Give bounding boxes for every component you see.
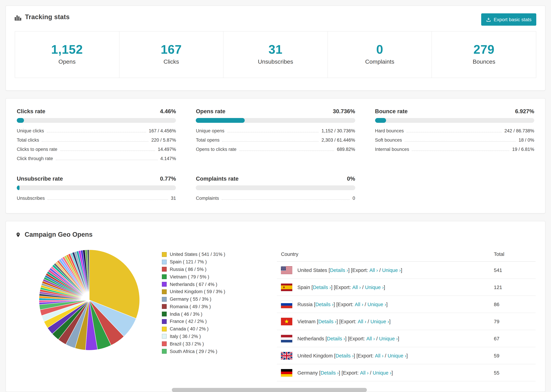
bracket-close-text: ] <box>398 336 399 341</box>
bracket-text: [ <box>310 284 313 290</box>
legend-label: France ( 42 / 2% ) <box>170 319 207 324</box>
dotted-leader <box>227 132 319 132</box>
export-all-link[interactable]: All › <box>360 370 369 375</box>
table-row: Vietnam [ Details › ] [Export: All › / U… <box>277 313 536 330</box>
legend-item[interactable]: Germany ( 55 / 3% ) <box>162 295 268 303</box>
stat-value: 0 <box>328 42 432 57</box>
dotted-leader <box>48 199 168 200</box>
country-cell: Netherlands [ Details › ] [Export: All ›… <box>281 335 494 342</box>
metric-value: 2,303 / 61.446% <box>322 138 355 143</box>
export-basic-stats-button[interactable]: Export basic stats <box>481 13 536 26</box>
stat-value: 167 <box>119 42 223 57</box>
export-unique-link[interactable]: Unique › <box>379 336 398 341</box>
export-unique-link[interactable]: Unique › <box>388 353 406 358</box>
metric-row: Unique clicks 167 / 4.456% <box>17 126 176 135</box>
export-basic-stats-label: Export basic stats <box>494 17 531 22</box>
legend-item[interactable]: Brazil ( 33 / 2% ) <box>162 340 268 348</box>
legend-item[interactable]: India ( 46 / 3% ) <box>162 310 268 318</box>
export-all-link[interactable]: All › <box>366 336 375 341</box>
bracket-text: [ <box>318 370 320 375</box>
export-all-link[interactable]: All › <box>358 319 366 324</box>
export-unique-link[interactable]: Unique › <box>382 267 401 273</box>
table-row: Russia [ Details › ] [Export: All › / Un… <box>277 296 536 313</box>
export-prefix-text: ] [Export: <box>331 284 352 290</box>
country-total: 541 <box>494 267 531 273</box>
legend-item[interactable]: United Kingdom ( 59 / 3% ) <box>162 288 268 295</box>
export-unique-link[interactable]: Unique › <box>373 370 391 375</box>
legend-item[interactable]: Vietnam ( 79 / 5% ) <box>162 273 268 281</box>
rate-section: Unsubscribe rate 0.77% Unsubscribes 31 <box>17 175 176 203</box>
export-all-link[interactable]: All › <box>369 267 378 273</box>
legend-item[interactable]: South Africa ( 29 / 2% ) <box>162 348 268 355</box>
metric-row: Soft bounces 18 / 0% <box>375 135 534 145</box>
slash-text: / <box>378 267 382 273</box>
horizontal-scrollbar-thumb[interactable] <box>172 388 367 392</box>
metric-value: 14.497% <box>158 147 176 152</box>
country-name: Vietnam <box>297 319 316 324</box>
country-flag-icon <box>281 318 292 325</box>
metric-row: Unsubscribes 31 <box>17 194 176 203</box>
rate-progress-bar <box>17 118 176 123</box>
tracking-stats-card: Tracking stats Export basic stats 1,152 … <box>6 6 545 91</box>
export-unique-link[interactable]: Unique › <box>365 284 384 290</box>
rate-title: Clicks rate <box>17 108 45 115</box>
metric-value: 19 / 6.81% <box>512 147 534 152</box>
rate-progress-fill <box>17 185 20 190</box>
metric-value: 31 <box>171 196 176 201</box>
metric-row: Hard bounces 242 / 86.738% <box>375 126 534 135</box>
country-total: 121 <box>494 284 531 290</box>
legend-item[interactable]: Spain ( 121 / 7% ) <box>162 258 268 266</box>
geo-pie-legend: United States ( 541 / 31% ) Spain ( 121 … <box>162 247 268 381</box>
legend-item[interactable]: Canada ( 40 / 2% ) <box>162 325 268 333</box>
legend-item[interactable]: France ( 42 / 2% ) <box>162 318 268 325</box>
rate-progress-fill <box>196 118 245 123</box>
legend-item[interactable]: Italy ( 36 / 2% ) <box>162 333 268 340</box>
rate-percent: 0.77% <box>160 175 176 182</box>
legend-swatch-icon <box>162 252 167 257</box>
export-unique-link[interactable]: Unique › <box>367 301 386 307</box>
legend-item[interactable]: Russia ( 86 / 5% ) <box>162 266 268 273</box>
details-link[interactable]: Details › <box>313 284 331 290</box>
rate-progress-bar <box>196 185 355 190</box>
metric-label: Opens to clicks rate <box>196 147 236 152</box>
metric-value: 220 / 5.87% <box>151 138 176 143</box>
rates-card: Clicks rate 4.46% Unique clicks 167 / 4.… <box>6 98 545 213</box>
legend-item[interactable]: Romania ( 49 / 3% ) <box>162 303 268 310</box>
details-link[interactable]: Details › <box>318 319 336 324</box>
export-unique-link[interactable]: Unique › <box>370 319 389 324</box>
details-link[interactable]: Details › <box>320 370 339 375</box>
stat-label: Opens <box>15 58 119 65</box>
details-link[interactable]: Details › <box>330 267 348 273</box>
metric-label: Hard bounces <box>375 128 404 133</box>
slash-text: / <box>363 301 367 307</box>
metric-row: Total opens 2,303 / 61.446% <box>196 135 355 145</box>
geo-pie-chart <box>38 249 141 351</box>
stat-value: 279 <box>432 42 536 57</box>
legend-swatch-icon <box>162 282 167 287</box>
export-all-link[interactable]: All › <box>352 284 361 290</box>
metric-value: 1,152 / 30.736% <box>322 128 355 133</box>
legend-label: Spain ( 121 / 7% ) <box>170 259 207 264</box>
stat-label: Clicks <box>119 58 223 65</box>
export-prefix-text: ] [Export: <box>348 267 369 273</box>
rate-progress-fill <box>375 118 386 123</box>
metric-row: Click through rate 4.147% <box>17 154 176 163</box>
legend-item[interactable]: United States ( 541 / 31% ) <box>162 251 268 258</box>
legend-label: Russia ( 86 / 5% ) <box>170 267 206 272</box>
export-all-link[interactable]: All › <box>355 301 363 307</box>
country-cell: Germany [ Details › ] [Export: All › / U… <box>281 369 494 377</box>
country-flag-icon <box>281 335 292 342</box>
export-all-link[interactable]: All › <box>375 353 383 358</box>
geo-opens-card: Campaign Geo Opens United States ( 541 /… <box>6 221 545 392</box>
country-cell: United States [ Details › ] [Export: All… <box>281 266 494 274</box>
stats-summary: 1,152 Opens 167 Clicks 31 Unsubscribes 0… <box>15 31 536 78</box>
details-link[interactable]: Details › <box>315 301 333 307</box>
table-row: United Kingdom [ Details › ] [Export: Al… <box>277 347 536 364</box>
details-link[interactable]: Details › <box>327 336 345 341</box>
export-prefix-text: ] [Export: <box>345 336 366 341</box>
details-link[interactable]: Details › <box>335 353 353 358</box>
slash-text: / <box>366 319 370 324</box>
stat-value: 1,152 <box>15 42 119 57</box>
legend-item[interactable]: Netherlands ( 67 / 4% ) <box>162 280 268 288</box>
metric-value: 4.147% <box>160 156 176 161</box>
